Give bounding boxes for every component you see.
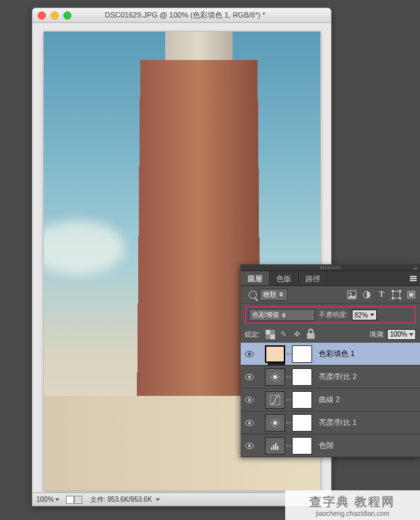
fill-label: 填滿:	[369, 330, 385, 339]
lock-label: 鎖定:	[245, 330, 260, 339]
tab-channels[interactable]: 色版	[270, 271, 299, 285]
layer-thumbnail[interactable]	[265, 414, 285, 432]
layer-thumbnail[interactable]	[265, 437, 285, 455]
preview-mode-icons[interactable]	[66, 496, 82, 504]
filter-type-icon[interactable]: T	[377, 290, 386, 299]
mask-thumbnail[interactable]	[292, 368, 312, 386]
fill-input[interactable]: 100%	[387, 329, 416, 340]
svg-line-38	[278, 425, 279, 426]
layer-row[interactable]: ⚯ 亮度/對比 2	[241, 366, 420, 388]
filesize-display: 文件: 953.6K/953.6K	[90, 495, 152, 504]
lock-fill-row: 鎖定: ✎ ✥ 填滿: 100%	[241, 326, 420, 343]
layer-name[interactable]: 色彩填色 1	[319, 349, 355, 359]
chevron-down-icon[interactable]	[156, 498, 160, 501]
svg-point-28	[248, 399, 251, 401]
filesize-value: 953.6K/953.6K	[107, 496, 152, 503]
layers-list: ⚯ 色彩填色 1 ⚯ 亮度/對比 2 ⚯ 曲線 2	[241, 343, 420, 457]
layer-thumbnail[interactable]	[265, 391, 285, 409]
mask-thumbnail[interactable]	[292, 414, 312, 432]
visibility-toggle[interactable]	[243, 348, 256, 360]
layer-name[interactable]: 亮度/對比 1	[319, 417, 357, 428]
panel-menu-button[interactable]	[407, 271, 420, 285]
layer-row[interactable]: ⚯ 亮度/對比 1	[241, 411, 420, 434]
lock-pixels-icon[interactable]: ✎	[279, 330, 289, 339]
link-icon[interactable]: ⚯	[285, 345, 292, 363]
tab-layers[interactable]: 圖層	[241, 271, 270, 285]
link-icon[interactable]: ⚯	[285, 368, 292, 386]
mask-thumbnail[interactable]	[292, 345, 312, 363]
svg-rect-3	[393, 291, 400, 298]
svg-line-24	[278, 379, 279, 380]
filter-row: 種類 T	[241, 286, 420, 304]
link-icon[interactable]: ⚯	[285, 391, 292, 409]
filter-smart-icon[interactable]	[407, 290, 416, 299]
filter-adjust-icon[interactable]	[362, 290, 371, 299]
blend-opacity-row: 色彩增值 不透明度: 82%	[245, 306, 416, 324]
mask-thumbnail[interactable]	[292, 437, 312, 455]
filter-shape-icon[interactable]	[392, 290, 401, 299]
svg-point-15	[248, 353, 251, 355]
window-title: DSC01629.JPG @ 100% (色彩填色 1, RGB/8*) *	[44, 10, 326, 20]
watermark-title: 查字典 教程网	[309, 494, 395, 510]
opacity-value: 82%	[355, 312, 368, 319]
layer-row[interactable]: ⚯ 曲線 2	[241, 388, 420, 411]
svg-point-32	[273, 421, 277, 425]
fill-value: 100%	[390, 330, 407, 338]
link-icon[interactable]: ⚯	[285, 437, 292, 455]
opacity-label: 不透明度:	[319, 310, 348, 320]
mask-thumbnail[interactable]	[292, 391, 312, 409]
zoom-value: 100%	[36, 496, 54, 503]
levels-icon	[270, 440, 280, 451]
lock-position-icon[interactable]: ✥	[293, 330, 302, 339]
svg-rect-7	[399, 297, 401, 299]
lock-all-icon[interactable]	[306, 330, 316, 339]
filter-icons: T	[347, 290, 416, 299]
brightness-icon	[270, 417, 280, 428]
svg-rect-5	[399, 290, 401, 292]
panel-grip[interactable]: «	[241, 264, 420, 271]
svg-line-37	[272, 420, 273, 421]
svg-rect-9	[409, 293, 413, 297]
filesize-label: 文件:	[90, 496, 106, 503]
svg-line-26	[278, 374, 279, 375]
filter-pixel-icon[interactable]	[347, 290, 357, 299]
visibility-toggle[interactable]	[243, 371, 256, 383]
opacity-input[interactable]: 82%	[352, 310, 377, 320]
svg-point-18	[273, 375, 277, 379]
layer-row[interactable]: ⚯ 色彩填色 1	[241, 343, 420, 366]
svg-rect-44	[273, 445, 274, 450]
svg-rect-46	[277, 446, 278, 450]
collapse-icon[interactable]: «	[414, 265, 417, 272]
titlebar[interactable]: DSC01629.JPG @ 100% (色彩填色 1, RGB/8*) *	[32, 8, 331, 23]
layer-thumbnail[interactable]	[265, 368, 285, 386]
tab-paths[interactable]: 路徑	[299, 271, 328, 285]
watermark-url: jiaocheng.chazidian.com	[316, 510, 390, 517]
layer-name[interactable]: 曲線 2	[319, 395, 340, 405]
link-icon[interactable]: ⚯	[285, 414, 292, 432]
blend-mode-dropdown[interactable]: 色彩增值	[249, 309, 315, 321]
svg-point-42	[248, 444, 251, 447]
layer-name[interactable]: 色階	[319, 440, 334, 451]
svg-point-17	[248, 376, 251, 378]
chevron-down-icon	[409, 333, 413, 336]
panel-tabs: 圖層 色版 路徑	[241, 271, 420, 286]
search-icon	[249, 291, 257, 299]
zoom-level[interactable]: 100%	[36, 496, 59, 503]
svg-point-1	[350, 292, 352, 294]
svg-rect-12	[270, 335, 275, 339]
layer-name[interactable]: 亮度/對比 2	[319, 372, 357, 382]
visibility-toggle[interactable]	[243, 417, 256, 429]
kind-label: 種類	[263, 290, 276, 299]
layer-thumbnail[interactable]	[265, 345, 285, 363]
layers-panel: « 圖層 色版 路徑 種類 T 色彩增值 不透明度: 82%	[241, 264, 420, 457]
kind-dropdown[interactable]: 種類	[260, 289, 288, 301]
svg-rect-45	[275, 443, 276, 450]
chevron-down-icon[interactable]	[55, 498, 59, 501]
menu-icon	[410, 276, 417, 281]
layer-row[interactable]: ⚯ 色階	[241, 434, 420, 457]
chevron-down-icon	[370, 314, 374, 316]
visibility-toggle[interactable]	[243, 440, 256, 452]
visibility-toggle[interactable]	[243, 394, 256, 406]
svg-rect-11	[266, 330, 270, 335]
lock-transparency-icon[interactable]	[266, 330, 275, 339]
